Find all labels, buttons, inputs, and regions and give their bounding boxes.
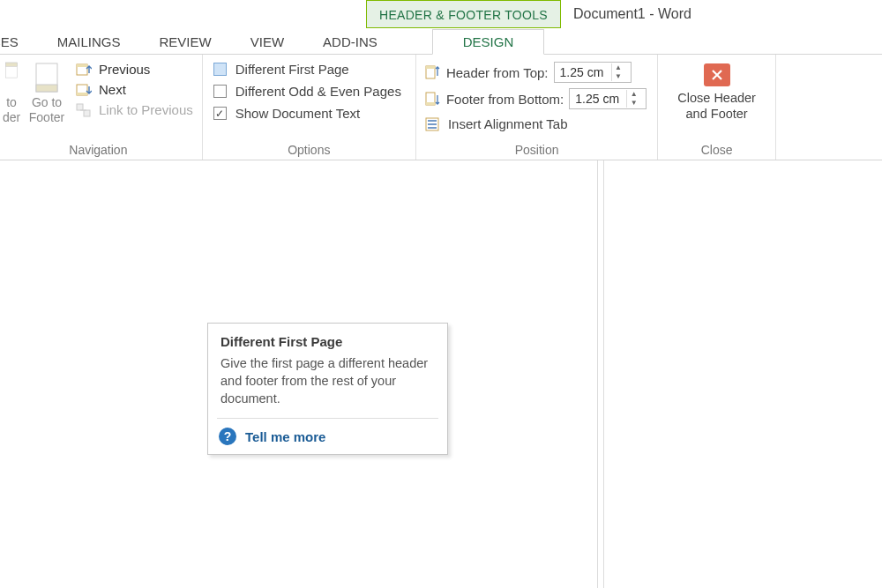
svg-rect-11	[426, 66, 435, 69]
header-from-top-input[interactable]	[555, 65, 611, 79]
checkbox-icon	[213, 107, 227, 120]
group-label-navigation: Navigation	[0, 141, 197, 160]
group-position: Header from Top: ▲▼ Footer from Bottom: …	[416, 55, 658, 160]
tab-add-ins[interactable]: ADD-INS	[303, 29, 397, 54]
svg-rect-13	[426, 102, 435, 105]
footer-from-bottom-icon	[425, 92, 441, 106]
next-button[interactable]: Next	[76, 82, 193, 97]
contextual-tab-header-footer-tools: HEADER & FOOTER TOOLS	[366, 0, 561, 28]
document-area: Different First Page Give the first page…	[0, 160, 882, 588]
help-icon: ?	[219, 428, 236, 445]
close-icon	[704, 63, 730, 86]
group-options: Different First Page Different Odd & Eve…	[203, 55, 416, 160]
tooltip-different-first-page: Different First Page Give the first page…	[207, 323, 448, 455]
header-from-top-spinner[interactable]: ▲▼	[554, 62, 632, 83]
next-label: Next	[99, 82, 126, 97]
document-title: Document1 - Word	[573, 0, 691, 28]
svg-rect-5	[77, 64, 87, 67]
show-document-text-checkbox[interactable]: Show Document Text	[213, 106, 401, 121]
checkbox-icon	[213, 63, 227, 76]
alignment-tab-icon	[425, 117, 441, 131]
insert-alignment-tab-button[interactable]: Insert Alignment Tab	[425, 116, 647, 131]
previous-icon	[76, 63, 92, 77]
page-edge	[597, 160, 598, 588]
tab-mailings[interactable]: MAILINGS	[38, 29, 140, 54]
group-label-close: Close	[663, 141, 770, 160]
tab-view[interactable]: VIEW	[231, 29, 303, 54]
tell-me-more-link[interactable]: ? Tell me more	[208, 419, 447, 454]
svg-rect-1	[6, 63, 18, 66]
close-label-2: and Footer	[677, 106, 756, 122]
group-label-options: Options	[208, 141, 410, 160]
svg-rect-3	[36, 85, 57, 92]
go-to-header-label-1: to	[6, 95, 17, 110]
close-header-footer-button[interactable]: Close Header and Footer	[663, 58, 770, 141]
tab-references-partial[interactable]: CES	[0, 29, 38, 54]
ribbon: to der Go to Footer Previous	[0, 55, 882, 160]
previous-button[interactable]: Previous	[76, 62, 193, 77]
insert-alignment-tab-label: Insert Alignment Tab	[448, 116, 568, 131]
different-odd-even-label: Different Odd & Even Pages	[235, 84, 401, 99]
different-first-page-label: Different First Page	[235, 62, 349, 77]
svg-rect-8	[77, 104, 83, 110]
tab-design[interactable]: DESIGN	[432, 29, 545, 55]
footer-from-bottom-input[interactable]	[570, 92, 626, 106]
page-edge	[603, 160, 604, 588]
go-to-footer-button[interactable]: Go to Footer	[23, 58, 71, 141]
svg-rect-7	[77, 93, 87, 95]
tell-me-more-label: Tell me more	[245, 429, 325, 444]
svg-rect-9	[84, 110, 90, 116]
go-to-header-label-2: der	[3, 110, 20, 125]
previous-label: Previous	[99, 62, 150, 77]
link-icon	[76, 103, 92, 117]
ribbon-tabstrip: CES MAILINGS REVIEW VIEW ADD-INS DESIGN	[0, 28, 882, 55]
group-label-position: Position	[422, 141, 652, 160]
go-to-header-button[interactable]: to der	[0, 58, 23, 141]
spinner-down-icon[interactable]: ▼	[612, 72, 625, 81]
group-navigation: to der Go to Footer Previous	[0, 55, 203, 160]
group-close: Close Header and Footer Close	[658, 55, 776, 160]
tooltip-title: Different First Page	[208, 324, 447, 354]
tooltip-body: Give the first page a different header a…	[208, 354, 447, 418]
footer-from-bottom-spinner[interactable]: ▲▼	[569, 88, 647, 109]
show-document-text-label: Show Document Text	[235, 106, 360, 121]
spinner-up-icon[interactable]: ▲	[627, 90, 640, 99]
title-bar: HEADER & FOOTER TOOLS Document1 - Word	[0, 0, 882, 28]
next-icon	[76, 83, 92, 97]
link-label: Link to Previous	[99, 102, 193, 117]
close-label-1: Close Header	[677, 90, 756, 106]
header-from-top-label: Header from Top:	[446, 65, 549, 80]
spinner-up-icon[interactable]: ▲	[612, 63, 625, 72]
go-to-footer-label-2: Footer	[29, 110, 64, 125]
go-to-footer-label-1: Go to	[32, 95, 62, 110]
tab-review[interactable]: REVIEW	[140, 29, 231, 54]
link-to-previous-button: Link to Previous	[76, 102, 193, 117]
different-odd-even-checkbox[interactable]: Different Odd & Even Pages	[213, 84, 401, 99]
header-icon	[4, 62, 19, 93]
different-first-page-checkbox[interactable]: Different First Page	[213, 62, 401, 77]
spinner-down-icon[interactable]: ▼	[627, 99, 640, 108]
header-from-top-icon	[425, 65, 441, 79]
footer-icon	[34, 62, 60, 93]
footer-from-bottom-label: Footer from Bottom:	[446, 92, 564, 107]
checkbox-icon	[213, 85, 227, 98]
